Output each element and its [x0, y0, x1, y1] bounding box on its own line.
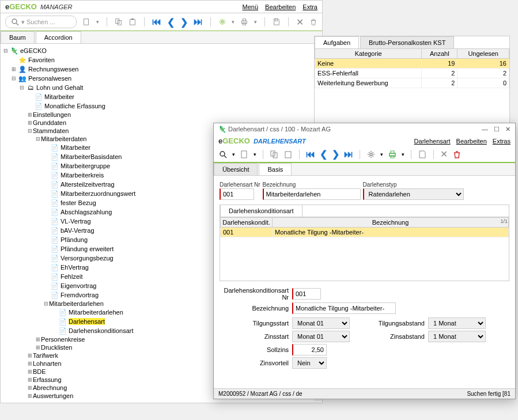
new-document-icon[interactable] — [240, 150, 249, 159]
menu-item[interactable]: Bearbeiten — [456, 138, 487, 145]
close-icon[interactable]: ✕ — [505, 126, 511, 133]
menu-item[interactable]: Darlehensart — [414, 138, 451, 145]
col-header[interactable]: Kategorie — [315, 49, 422, 59]
cancel-icon[interactable]: ✕ — [296, 17, 304, 28]
doc-icon: 📄 — [51, 226, 59, 234]
print-icon[interactable] — [240, 17, 248, 27]
person-icon: 👤 — [18, 65, 27, 73]
table-row[interactable]: 001Monatliche Tilgung -Mitarbeiter- — [221, 228, 509, 237]
search-input[interactable]: ▾ Suchen ... — [5, 16, 77, 28]
paste-icon[interactable] — [128, 17, 137, 27]
col-header[interactable]: Darlehenskondit. — [221, 218, 273, 228]
col-header[interactable]: Bezeichnung — [273, 218, 509, 228]
tree-node[interactable]: ⭐Favoriten — [3, 55, 320, 65]
inner-tab[interactable]: Darlehenskonditionsart — [220, 205, 303, 217]
col-header[interactable]: Ungelesen — [457, 49, 509, 59]
tree-node[interactable]: ⊟🦎eGECKO — [3, 46, 320, 55]
doc-icon: 📄 — [35, 102, 43, 110]
tree-node[interactable]: 📄Monatliche Erfassung — [3, 101, 320, 111]
app-logo: eGECKOMANAGER — [5, 2, 73, 11]
tree-node[interactable]: 📄Mitarbeiter — [3, 92, 320, 101]
copy-icon[interactable] — [270, 150, 279, 159]
form-area: Darlehensart Nr Bezeichnung Darlehenstyp… — [214, 176, 515, 376]
gecko-icon: 🦎 — [218, 126, 226, 133]
zinsabstand-select[interactable]: 1 Monat — [428, 331, 486, 342]
table-row[interactable]: ESS-Fehlerfall22 — [315, 69, 509, 78]
nav-last-icon[interactable]: ⏭ — [344, 149, 353, 160]
nav-first-icon[interactable]: ⏮ — [152, 17, 161, 27]
print-icon[interactable] — [388, 150, 397, 159]
tilgungsabstand-select[interactable]: 1 Monat — [428, 317, 486, 329]
nav-next-icon[interactable]: ❯ — [332, 149, 339, 160]
tree-node[interactable]: ⊟👥Personalwesen — [3, 74, 320, 83]
zinsstart-select[interactable]: Monat 01 — [292, 331, 350, 342]
doc-icon: 📄 — [51, 273, 59, 281]
statusbar: M2000952 / Mozart AG / css / de Suchen f… — [214, 388, 515, 399]
doc-icon: 📄 — [51, 208, 59, 216]
cancel-icon[interactable]: ✕ — [440, 149, 448, 160]
kond-bez-input[interactable] — [292, 302, 396, 314]
svg-point-12 — [220, 152, 225, 156]
tree-node[interactable]: ⊞👤Rechnungswesen — [3, 65, 320, 74]
sollzins-input[interactable] — [292, 344, 327, 355]
menu-item[interactable]: Extra — [303, 3, 317, 10]
tree-node[interactable]: ⊟🗂Lohn und Gehalt — [3, 83, 320, 92]
new-document-icon[interactable] — [82, 17, 90, 27]
tab-accordion[interactable]: Accordion — [36, 31, 81, 43]
tab-aufgaben[interactable]: Aufgaben — [315, 36, 359, 48]
tab-baum[interactable]: Baum — [1, 31, 35, 43]
field-label: Zinsabstand — [373, 333, 425, 340]
doc-icon: 📄 — [59, 327, 67, 335]
darlehensart-nr-input[interactable] — [220, 188, 254, 200]
field-label: Tilgungsstart — [220, 320, 289, 327]
search-icon[interactable] — [218, 150, 228, 159]
menu-item[interactable]: Extras — [493, 138, 511, 145]
kondnr-input[interactable] — [292, 288, 321, 300]
nav-prev-icon[interactable]: ❮ — [320, 149, 327, 160]
doc-icon: 📄 — [51, 245, 59, 253]
tree-node[interactable]: ⊞Nachweise — [3, 400, 320, 401]
sub-titlebar[interactable]: 🦎 Darlehensart / css / 100 - Mozart AG —… — [214, 123, 515, 135]
col-header[interactable]: Anzahl — [422, 49, 457, 59]
maximize-icon[interactable]: ☐ — [494, 126, 500, 133]
sub-logo: eGECKODARLEHENSART — [218, 137, 306, 145]
darlehenstyp-select[interactable]: Ratendarlehen — [363, 188, 464, 200]
doc-icon: 📄 — [51, 199, 59, 207]
delete-icon[interactable] — [452, 150, 462, 159]
svg-rect-6 — [131, 18, 133, 20]
darlehensart-window: 🦎 Darlehensart / css / 100 - Mozart AG —… — [213, 123, 516, 399]
nav-next-icon[interactable]: ❯ — [180, 17, 188, 28]
save-icon[interactable] — [418, 150, 427, 159]
doc-icon: 📄 — [35, 93, 43, 101]
table-row[interactable]: Weiterleitung Bewerbung20 — [315, 78, 509, 88]
minimize-icon[interactable]: — — [482, 126, 488, 133]
delete-icon[interactable] — [309, 17, 317, 27]
tilgungsstart-select[interactable]: Monat 01 — [292, 317, 350, 329]
tab-uebersicht[interactable]: Übersicht — [214, 163, 258, 175]
gear-icon[interactable] — [366, 150, 376, 159]
table-row[interactable]: Keine1916 — [315, 59, 509, 69]
nav-first-icon[interactable]: ⏮ — [306, 149, 315, 160]
nav-last-icon[interactable]: ⏭ — [194, 17, 203, 27]
bezeichnung-input[interactable] — [263, 188, 361, 200]
menu-item[interactable]: Bearbeiten — [265, 3, 296, 10]
paste-icon[interactable] — [283, 150, 293, 159]
doc-icon: 📄 — [51, 236, 59, 244]
svg-point-0 — [12, 19, 17, 24]
nav-prev-icon[interactable]: ❮ — [167, 17, 175, 28]
sub-menu: Darlehensart Bearbeiten Extras — [414, 138, 511, 145]
copy-icon[interactable] — [115, 17, 123, 27]
svg-rect-14 — [241, 151, 247, 158]
tree-node[interactable]: ⊞Einstellungen — [3, 111, 320, 119]
gear-icon[interactable] — [218, 17, 226, 27]
menu-item[interactable]: Menü — [243, 3, 259, 10]
svg-line-1 — [16, 23, 18, 25]
tab-brutto[interactable]: Brutto-Personalkosten KST — [360, 36, 454, 48]
save-icon[interactable] — [273, 17, 281, 27]
doc-icon: 📄 — [51, 190, 59, 198]
svg-rect-17 — [285, 152, 291, 158]
tab-basis[interactable]: Basis — [259, 163, 292, 175]
search-icon — [10, 17, 20, 27]
conditions-grid: Darlehenskondit.Bezeichnung 001Monatlich… — [220, 217, 509, 237]
zinsvorteil-select[interactable]: Nein — [292, 357, 327, 369]
